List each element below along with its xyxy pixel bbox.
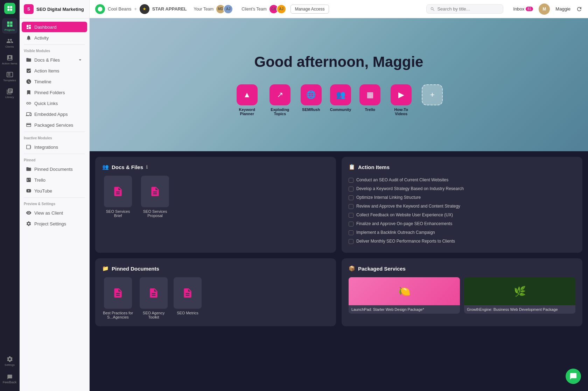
nav-settings[interactable]: Settings [2,353,18,369]
checkbox-5[interactable] [349,222,354,226]
service-card-launchpad[interactable]: 🍋 LaunchPad: Starter Web Design Package* [349,277,460,314]
refresh-icon[interactable] [576,6,582,12]
your-team-section: Your Team MD AJ [194,4,233,14]
exploding-topics-btn[interactable]: ↗ [270,84,290,105]
service-label-growth-engine: GrowthEngine: Business Web Development P… [464,305,575,314]
checkbox-0[interactable] [349,178,354,183]
checkbox-6[interactable] [349,230,354,235]
topbar-right: Inbox 81 M Maggie [513,4,582,15]
hero-icon-semrush[interactable]: 🌐 SEMRush [301,84,322,116]
sidebar-item-activity[interactable]: Activity [22,33,87,43]
pinned-doc-icon-0 [104,277,132,309]
hero-icon-community[interactable]: 👥 Community [330,84,351,116]
sidebar-item-view-as-client[interactable]: View as Client [22,208,87,218]
manage-access-button[interactable]: Manage Access [290,5,329,14]
user-avatar[interactable]: M [539,4,550,15]
add-icon-btn[interactable]: + [422,84,443,105]
project-header: S SEO Digital Marketing [20,0,89,19]
service-label-launchpad: LaunchPad: Starter Web Design Package* [349,305,460,314]
nav-clients[interactable]: Clients [2,35,18,50]
action-items-card: 📋 Action Items Conduct an SEO Audit of C… [342,157,582,253]
checkbox-4[interactable] [349,213,354,218]
semrush-btn[interactable]: 🌐 [301,84,322,105]
keyword-planner-btn[interactable]: ▲ [237,84,258,105]
sidebar-item-trello[interactable]: Trello [22,175,87,185]
chat-icon [569,372,577,380]
search-bar[interactable] [426,4,503,14]
action-item-3[interactable]: Review and Approve the Keyword and Conte… [349,202,575,211]
sidebar-item-timeline[interactable]: Timeline [22,76,87,87]
action-item-1[interactable]: Develop a Keyword Strategy Based on Indu… [349,184,575,193]
search-input[interactable] [437,6,493,12]
topbar: Cool Beans + ★ STAR APPAREL Your Team MD… [90,0,588,18]
clients-team-label: Client's Team [241,7,266,12]
pinned-docs-title: Pinned Documents [112,266,159,272]
checkbox-1[interactable] [349,187,354,191]
sidebar: S SEO Digital Marketing Dashboard Activi… [20,0,90,391]
chat-bubble[interactable] [566,369,581,384]
user-name: Maggie [555,6,570,12]
pinned-docs-icon: 📁 [102,265,109,272]
sidebar-item-docs-files[interactable]: Docs & Files [22,55,87,65]
sidebar-item-embedded-apps[interactable]: Embedded Apps [22,109,87,119]
main-area: Cool Beans + ★ STAR APPAREL Your Team MD… [90,0,588,391]
inbox-button[interactable]: Inbox 81 [513,6,533,12]
action-text-3: Review and Approve the Keyword and Conte… [356,204,460,209]
pinned-doc-2[interactable]: SEO Metrics [174,277,202,319]
action-item-0[interactable]: Conduct an SEO Audit of Current Client W… [349,176,575,184]
docs-info-icon: ℹ [146,165,148,170]
docs-files-title: Docs & Files [112,164,143,170]
nav-templates[interactable]: Templates [2,69,18,84]
sidebar-item-pinned-folders[interactable]: Pinned Folders [22,87,87,98]
action-item-6[interactable]: Implement a Backlink Outreach Campaign [349,228,575,237]
trello-label: Trello [365,107,375,112]
checkbox-7[interactable] [349,239,354,244]
sidebar-item-packaged-services[interactable]: Packaged Services [22,120,87,130]
action-item-2[interactable]: Optimize Internal Linking Structure [349,193,575,202]
divider-4 [24,197,85,198]
feedback-button[interactable]: Feedback [0,370,21,388]
sidebar-item-youtube[interactable]: YouTube [22,186,87,196]
how-to-videos-btn[interactable]: ▶ [391,84,412,105]
service-card-growth-engine[interactable]: 🌿 GrowthEngine: Business Web Development… [464,277,575,314]
sidebar-item-integrations[interactable]: Integrations [22,142,87,152]
nav-action-items[interactable]: Action Items [2,52,18,67]
checkbox-2[interactable] [349,195,354,200]
client-name: STAR APPAREL [152,6,187,12]
checkbox-3[interactable] [349,204,354,209]
avatar-2: AJ [223,4,233,14]
sidebar-item-action-items[interactable]: Action Items [22,65,87,76]
community-btn[interactable]: 👥 [330,84,351,105]
hero-icon-keyword-planner[interactable]: ▲ Keyword Planner [235,84,259,116]
docs-files-header: 👥 Docs & Files ℹ [102,164,329,170]
hero-icon-trello[interactable]: ▦ Trello [359,84,380,116]
hero-quick-actions: ▲ Keyword Planner ↗ Exploding Topics 🌐 S… [235,84,443,116]
sidebar-item-quick-links[interactable]: Quick Links [22,98,87,109]
hero-icon-add[interactable]: + [422,84,443,116]
hero-icon-how-to-videos[interactable]: ▶ How-To Videos [389,84,413,116]
hero-icon-exploding-topics[interactable]: ↗ Exploding Topics [268,84,292,116]
your-team-avatars: MD AJ [216,4,233,14]
sidebar-item-dashboard[interactable]: Dashboard [22,22,87,32]
docs-grid: SEO Services Brief SEO Services Proposal [102,176,329,218]
doc-item-seo-brief[interactable]: SEO Services Brief [102,176,134,218]
inbox-label: Inbox [513,6,524,12]
action-item-4[interactable]: Collect Feedback on Website User Experie… [349,211,575,219]
pinned-doc-0[interactable]: Best Practices for S...Agencies [102,277,134,319]
action-item-7[interactable]: Deliver Monthly SEO Performance Reports … [349,237,575,246]
exploding-topics-label: Exploding Topics [268,107,292,116]
pinned-doc-label-0: Best Practices for S...Agencies [102,311,134,319]
doc-label-1: SEO Services Brief [102,209,134,218]
action-text-1: Develop a Keyword Strategy Based on Indu… [356,186,464,191]
inactive-modules-label: Inactive Modules [20,133,89,141]
inbox-badge: 81 [526,7,533,11]
nav-projects[interactable]: Projects [2,18,18,34]
doc-item-seo-proposal[interactable]: SEO Services Proposal [139,176,171,218]
trello-btn[interactable]: ▦ [359,84,380,105]
action-item-5[interactable]: Finalize and Approve On-page SEO Enhance… [349,219,575,228]
nav-library[interactable]: Library [2,85,18,101]
sidebar-item-pinned-documents[interactable]: Pinned Documents [22,164,87,174]
pinned-doc-1[interactable]: SEO Agency Toolkit [138,277,169,319]
star-icon: ★ [140,4,149,14]
sidebar-item-project-settings[interactable]: Project Settings [22,218,87,229]
